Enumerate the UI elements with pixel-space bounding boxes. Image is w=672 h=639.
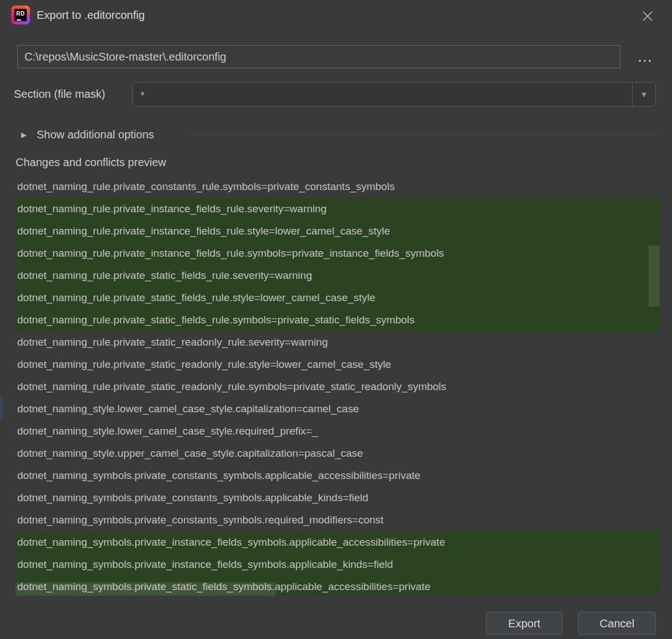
list-item-text: dotnet_naming_symbols.private_constants_… [17,514,384,526]
close-icon[interactable] [636,6,659,27]
list-item-text: dotnet_naming_symbols.private_constants_… [17,492,368,503]
list-item[interactable]: dotnet_naming_rule.private_static_fields… [16,287,660,309]
list-item-text: dotnet_naming_rule.private_static_readon… [17,381,447,392]
changes-list: dotnet_naming_rule.private_constants_rul… [16,176,660,596]
list-item-text: dotnet_naming_rule.private_instance_fiel… [17,203,327,214]
list-item-text: dotnet_naming_style.upper_camel_case_sty… [17,447,363,459]
list-item[interactable]: dotnet_naming_symbols.private_constants_… [16,465,660,487]
list-item-text: dotnet_naming_rule.private_static_readon… [17,336,328,348]
list-item-text: dotnet_naming_rule.private_instance_fiel… [17,247,444,259]
list-item[interactable]: dotnet_naming_rule.private_static_fields… [16,264,660,287]
list-item-text: dotnet_naming_symbols.private_constants_… [17,470,420,481]
browse-ellipsis-button[interactable]: … [632,47,659,67]
list-item-text: dotnet_naming_rule.private_static_fields… [17,292,375,303]
list-item-text: dotnet_naming_symbols.private_instance_f… [17,558,393,570]
list-item-text: dotnet_naming_symbols.private_instance_f… [17,536,445,548]
section-combobox[interactable]: * ▼ [132,82,656,107]
list-item[interactable]: dotnet_naming_symbols.private_instance_f… [16,553,660,576]
list-item[interactable]: dotnet_naming_style.lower_camel_case_sty… [16,398,660,420]
rider-logo-underscore [17,19,21,21]
list-item[interactable]: dotnet_naming_style.lower_camel_case_sty… [16,420,660,442]
list-item-text: dotnet_naming_style.lower_camel_case_sty… [17,425,318,437]
list-item[interactable]: dotnet_naming_rule.private_static_readon… [16,376,660,398]
list-item[interactable]: dotnet_naming_rule.private_static_fields… [16,309,660,331]
list-item[interactable]: dotnet_naming_rule.private_instance_fiel… [16,198,660,220]
ide-toolwindow-stripe [0,396,3,421]
list-item-text: dotnet_naming_rule.private_static_fields… [17,269,312,281]
list-item[interactable]: dotnet_naming_style.upper_camel_case_sty… [16,442,660,465]
export-editorconfig-dialog: { "window": { "title": "Export to .edito… [0,0,672,639]
preview-heading: Changes and conflicts preview [16,156,166,169]
list-item[interactable]: dotnet_naming_rule.private_static_readon… [16,331,660,353]
chevron-down-icon[interactable]: ▼ [632,83,655,106]
list-item-text: dotnet_naming_style.lower_camel_case_sty… [17,403,359,415]
editorconfig-path-input[interactable]: C:\repos\MusicStore-master\.editorconfig [17,45,620,68]
triangle-right-icon[interactable]: ▶ [21,131,37,139]
list-item[interactable]: dotnet_naming_rule.private_static_readon… [16,353,660,376]
show-additional-options-label: Show additional options [37,128,154,141]
cancel-button[interactable]: Cancel [578,612,656,635]
changes-rows: dotnet_naming_rule.private_constants_rul… [16,176,660,596]
list-item-text: dotnet_naming_rule.private_constants_rul… [17,181,395,192]
horizontal-scrollbar-thumb[interactable] [16,582,275,596]
show-additional-options-toggle[interactable]: ▶ Show additional options [21,127,154,142]
vertical-scrollbar-thumb[interactable] [649,246,660,307]
section-combobox-value[interactable]: * [133,83,632,106]
list-item[interactable]: dotnet_naming_rule.private_constants_rul… [16,176,660,198]
dialog-title: Export to .editorconfig [37,9,145,22]
rider-logo-icon: RD [11,6,30,24]
options-separator-line [189,134,658,134]
list-item[interactable]: dotnet_naming_symbols.private_instance_f… [16,531,660,553]
list-item-text: dotnet_naming_rule.private_static_readon… [17,358,391,370]
list-item[interactable]: dotnet_naming_symbols.private_constants_… [16,487,660,509]
list-item-text: dotnet_naming_rule.private_static_fields… [17,314,415,326]
export-button[interactable]: Export [486,612,563,635]
list-item[interactable]: dotnet_naming_symbols.private_constants_… [16,509,660,531]
list-item[interactable]: dotnet_naming_rule.private_instance_fiel… [16,220,660,242]
section-file-mask-label: Section (file mask) [14,88,106,101]
list-item-text: dotnet_naming_rule.private_instance_fiel… [17,225,390,237]
list-item[interactable]: dotnet_naming_rule.private_instance_fiel… [16,242,660,264]
